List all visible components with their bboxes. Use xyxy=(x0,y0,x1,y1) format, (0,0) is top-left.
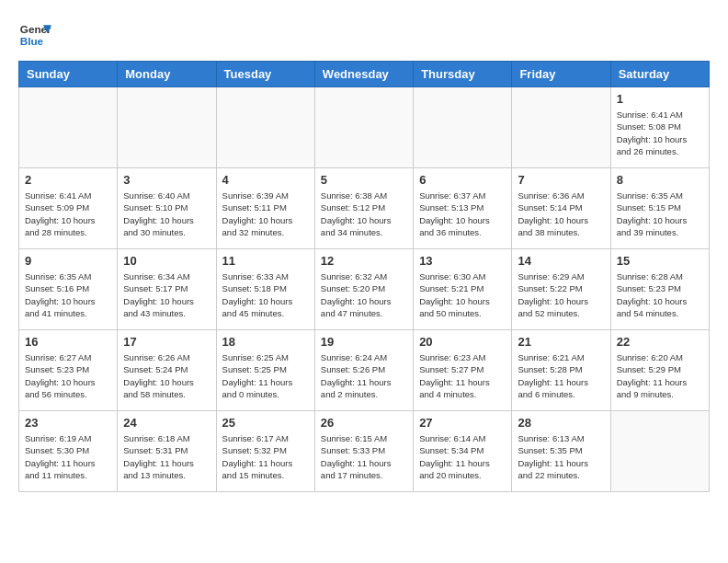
day-number: 8 xyxy=(617,173,703,187)
calendar-cell: 25Sunrise: 6:17 AM Sunset: 5:32 PM Dayli… xyxy=(216,411,314,492)
calendar-cell: 19Sunrise: 6:24 AM Sunset: 5:26 PM Dayli… xyxy=(314,330,413,411)
week-row-1: 1Sunrise: 6:41 AM Sunset: 5:08 PM Daylig… xyxy=(19,87,710,168)
calendar-cell xyxy=(512,87,610,168)
week-row-5: 23Sunrise: 6:19 AM Sunset: 5:30 PM Dayli… xyxy=(19,411,710,492)
calendar-cell: 6Sunrise: 6:37 AM Sunset: 5:13 PM Daylig… xyxy=(414,168,512,249)
calendar-cell: 9Sunrise: 6:35 AM Sunset: 5:16 PM Daylig… xyxy=(19,249,118,330)
day-header-wednesday: Wednesday xyxy=(314,62,413,87)
calendar-cell: 14Sunrise: 6:29 AM Sunset: 5:22 PM Dayli… xyxy=(512,249,610,330)
calendar-cell: 20Sunrise: 6:23 AM Sunset: 5:27 PM Dayli… xyxy=(414,330,512,411)
day-number: 16 xyxy=(25,335,111,349)
calendar-cell xyxy=(314,87,413,168)
day-info: Sunrise: 6:32 AM Sunset: 5:20 PM Dayligh… xyxy=(321,270,407,319)
day-info: Sunrise: 6:20 AM Sunset: 5:29 PM Dayligh… xyxy=(617,351,703,400)
week-row-2: 2Sunrise: 6:41 AM Sunset: 5:09 PM Daylig… xyxy=(19,168,710,249)
day-number: 1 xyxy=(617,92,703,106)
calendar-cell: 22Sunrise: 6:20 AM Sunset: 5:29 PM Dayli… xyxy=(610,330,709,411)
day-number: 2 xyxy=(25,173,111,187)
day-info: Sunrise: 6:41 AM Sunset: 5:08 PM Dayligh… xyxy=(617,109,703,157)
day-number: 15 xyxy=(617,254,703,268)
day-number: 28 xyxy=(518,416,604,430)
calendar-cell: 10Sunrise: 6:34 AM Sunset: 5:17 PM Dayli… xyxy=(118,249,216,330)
calendar-cell: 2Sunrise: 6:41 AM Sunset: 5:09 PM Daylig… xyxy=(19,168,118,249)
day-number: 14 xyxy=(518,254,604,268)
day-number: 22 xyxy=(617,335,703,349)
day-info: Sunrise: 6:24 AM Sunset: 5:26 PM Dayligh… xyxy=(321,351,407,400)
day-number: 27 xyxy=(419,416,506,430)
day-header-tuesday: Tuesday xyxy=(216,62,314,87)
week-row-3: 9Sunrise: 6:35 AM Sunset: 5:16 PM Daylig… xyxy=(19,249,710,330)
calendar-cell: 28Sunrise: 6:13 AM Sunset: 5:35 PM Dayli… xyxy=(512,411,610,492)
day-info: Sunrise: 6:33 AM Sunset: 5:18 PM Dayligh… xyxy=(222,270,309,319)
day-info: Sunrise: 6:14 AM Sunset: 5:34 PM Dayligh… xyxy=(419,432,506,481)
day-number: 6 xyxy=(419,173,506,187)
day-number: 17 xyxy=(123,335,210,349)
calendar-cell: 24Sunrise: 6:18 AM Sunset: 5:31 PM Dayli… xyxy=(118,411,216,492)
day-number: 11 xyxy=(222,254,309,268)
day-number: 7 xyxy=(518,173,604,187)
day-info: Sunrise: 6:39 AM Sunset: 5:11 PM Dayligh… xyxy=(222,190,309,238)
day-info: Sunrise: 6:13 AM Sunset: 5:35 PM Dayligh… xyxy=(518,432,604,481)
calendar-cell: 11Sunrise: 6:33 AM Sunset: 5:18 PM Dayli… xyxy=(216,249,314,330)
day-number: 20 xyxy=(419,335,506,349)
day-number: 19 xyxy=(321,335,407,349)
calendar-cell: 18Sunrise: 6:25 AM Sunset: 5:25 PM Dayli… xyxy=(216,330,314,411)
day-number: 3 xyxy=(123,173,210,187)
day-info: Sunrise: 6:38 AM Sunset: 5:12 PM Dayligh… xyxy=(321,190,407,238)
calendar-cell: 7Sunrise: 6:36 AM Sunset: 5:14 PM Daylig… xyxy=(512,168,610,249)
calendar-cell: 3Sunrise: 6:40 AM Sunset: 5:10 PM Daylig… xyxy=(118,168,216,249)
calendar-cell xyxy=(610,411,709,492)
day-number: 24 xyxy=(123,416,210,430)
day-info: Sunrise: 6:17 AM Sunset: 5:32 PM Dayligh… xyxy=(222,432,309,481)
day-number: 23 xyxy=(25,416,111,430)
day-number: 5 xyxy=(321,173,407,187)
day-header-thursday: Thursday xyxy=(414,62,512,87)
day-number: 4 xyxy=(222,173,309,187)
day-number: 18 xyxy=(222,335,309,349)
calendar-cell xyxy=(216,87,314,168)
day-header-saturday: Saturday xyxy=(610,62,709,87)
day-info: Sunrise: 6:36 AM Sunset: 5:14 PM Dayligh… xyxy=(518,190,604,238)
calendar-cell: 17Sunrise: 6:26 AM Sunset: 5:24 PM Dayli… xyxy=(118,330,216,411)
calendar-cell: 15Sunrise: 6:28 AM Sunset: 5:23 PM Dayli… xyxy=(610,249,709,330)
day-info: Sunrise: 6:25 AM Sunset: 5:25 PM Dayligh… xyxy=(222,351,309,400)
day-info: Sunrise: 6:41 AM Sunset: 5:09 PM Dayligh… xyxy=(25,190,111,238)
day-number: 9 xyxy=(25,254,111,268)
calendar-cell: 27Sunrise: 6:14 AM Sunset: 5:34 PM Dayli… xyxy=(414,411,512,492)
day-info: Sunrise: 6:15 AM Sunset: 5:33 PM Dayligh… xyxy=(321,432,407,481)
calendar-cell: 13Sunrise: 6:30 AM Sunset: 5:21 PM Dayli… xyxy=(414,249,512,330)
day-info: Sunrise: 6:18 AM Sunset: 5:31 PM Dayligh… xyxy=(123,432,210,481)
day-info: Sunrise: 6:35 AM Sunset: 5:15 PM Dayligh… xyxy=(617,190,703,238)
day-info: Sunrise: 6:34 AM Sunset: 5:17 PM Dayligh… xyxy=(123,270,210,319)
day-info: Sunrise: 6:27 AM Sunset: 5:23 PM Dayligh… xyxy=(25,351,111,400)
calendar-cell: 26Sunrise: 6:15 AM Sunset: 5:33 PM Dayli… xyxy=(314,411,413,492)
day-info: Sunrise: 6:21 AM Sunset: 5:28 PM Dayligh… xyxy=(518,351,604,400)
calendar-cell xyxy=(19,87,118,168)
svg-text:Blue: Blue xyxy=(20,35,44,47)
day-number: 12 xyxy=(321,254,407,268)
calendar-cell: 8Sunrise: 6:35 AM Sunset: 5:15 PM Daylig… xyxy=(610,168,709,249)
day-header-sunday: Sunday xyxy=(19,62,118,87)
day-info: Sunrise: 6:29 AM Sunset: 5:22 PM Dayligh… xyxy=(518,270,604,319)
calendar-cell: 12Sunrise: 6:32 AM Sunset: 5:20 PM Dayli… xyxy=(314,249,413,330)
day-number: 25 xyxy=(222,416,309,430)
calendar-cell: 4Sunrise: 6:39 AM Sunset: 5:11 PM Daylig… xyxy=(216,168,314,249)
calendar-cell: 5Sunrise: 6:38 AM Sunset: 5:12 PM Daylig… xyxy=(314,168,413,249)
days-header-row: SundayMondayTuesdayWednesdayThursdayFrid… xyxy=(19,62,710,87)
day-header-monday: Monday xyxy=(118,62,216,87)
calendar-cell xyxy=(414,87,512,168)
calendar-cell: 1Sunrise: 6:41 AM Sunset: 5:08 PM Daylig… xyxy=(610,87,709,168)
calendar-cell: 16Sunrise: 6:27 AM Sunset: 5:23 PM Dayli… xyxy=(19,330,118,411)
day-info: Sunrise: 6:40 AM Sunset: 5:10 PM Dayligh… xyxy=(123,190,210,238)
day-number: 10 xyxy=(123,254,210,268)
day-number: 26 xyxy=(321,416,407,430)
day-header-friday: Friday xyxy=(512,62,610,87)
day-info: Sunrise: 6:26 AM Sunset: 5:24 PM Dayligh… xyxy=(123,351,210,400)
header: General Blue xyxy=(18,18,710,52)
calendar-cell xyxy=(118,87,216,168)
day-number: 13 xyxy=(419,254,506,268)
day-info: Sunrise: 6:23 AM Sunset: 5:27 PM Dayligh… xyxy=(419,351,506,400)
calendar-table: SundayMondayTuesdayWednesdayThursdayFrid… xyxy=(18,61,710,492)
calendar-cell: 21Sunrise: 6:21 AM Sunset: 5:28 PM Dayli… xyxy=(512,330,610,411)
day-number: 21 xyxy=(518,335,604,349)
